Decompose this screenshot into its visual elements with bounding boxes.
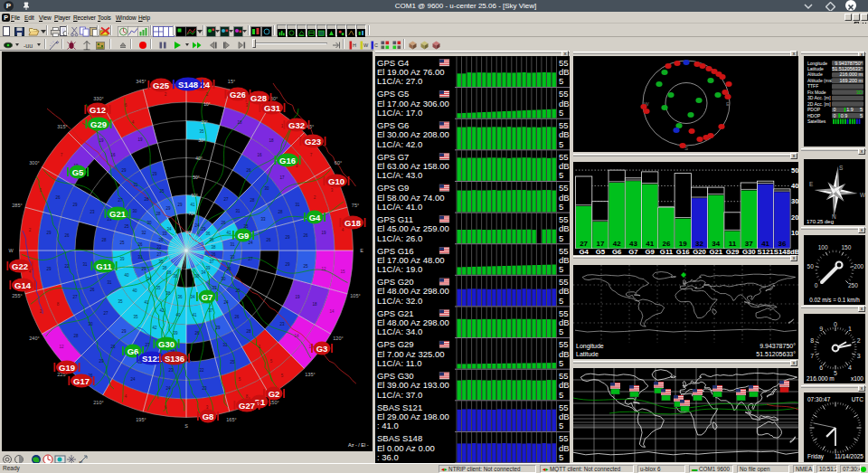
svg-text:26: 26 [90, 288, 95, 292]
svg-text:H: H [353, 43, 356, 48]
svg-text:216.000 m: 216.000 m [840, 71, 863, 77]
svg-text:5: 5 [559, 170, 563, 180]
svg-text:26: 26 [194, 331, 200, 336]
svg-text:26: 26 [110, 345, 116, 349]
svg-text:Latitude: Latitude [807, 66, 824, 71]
svg-text:33: 33 [230, 255, 235, 260]
svg-text:5: 5 [559, 390, 563, 400]
svg-text:Az - / El -: Az - / El - [348, 442, 369, 448]
svg-text:27: 27 [72, 295, 78, 299]
svg-text:36: 36 [166, 270, 172, 275]
svg-text:36: 36 [778, 240, 786, 248]
svg-text:40°: 40° [195, 156, 203, 161]
svg-text:26: 26 [226, 267, 231, 271]
svg-text:35: 35 [118, 299, 123, 304]
svg-text:UTC: UTC [852, 396, 864, 402]
svg-text:26: 26 [158, 238, 164, 242]
svg-text:9: 9 [819, 326, 823, 332]
svg-text:G9: G9 [238, 231, 250, 241]
svg-text:200: 200 [854, 263, 863, 270]
svg-text:216.000 m: 216.000 m [807, 375, 835, 382]
svg-text:27: 27 [118, 198, 123, 203]
svg-text:26: 26 [55, 195, 61, 200]
svg-text:25: 25 [124, 224, 129, 229]
svg-text:33: 33 [212, 286, 217, 290]
svg-text:G30: G30 [158, 339, 175, 349]
svg-text:E: E [360, 248, 363, 253]
svg-text:37: 37 [208, 308, 213, 313]
svg-text:50: 50 [807, 263, 815, 270]
svg-text:170.25 deg: 170.25 deg [807, 219, 834, 224]
svg-text:60°: 60° [191, 193, 198, 198]
svg-text:9.94378750°: 9.94378750° [835, 61, 863, 66]
svg-text:18: 18 [312, 302, 317, 307]
svg-text:40: 40 [124, 273, 129, 278]
svg-text:G12: G12 [90, 105, 106, 115]
svg-text:G25: G25 [153, 80, 170, 90]
svg-text:Friday: Friday [807, 453, 825, 460]
svg-text:5: 5 [559, 358, 563, 368]
svg-text:330°: 330° [93, 96, 103, 101]
svg-text:39: 39 [119, 257, 125, 261]
svg-text:38: 38 [211, 245, 216, 250]
svg-text:S148: S148 [774, 248, 791, 256]
svg-text:18: 18 [269, 138, 274, 143]
svg-text:17: 17 [596, 240, 604, 248]
svg-text:42: 42 [613, 240, 621, 248]
svg-text:5: 5 [559, 421, 563, 430]
svg-text:51.51205633°: 51.51205633° [832, 66, 863, 71]
svg-text:3D: 3D [856, 90, 863, 95]
svg-text:22: 22 [64, 264, 70, 269]
svg-text:15°: 15° [228, 79, 235, 84]
svg-text:27: 27 [580, 240, 588, 248]
svg-text:10°: 10° [203, 101, 211, 107]
svg-text:23: 23 [90, 210, 95, 214]
svg-text:07:30:47: 07:30:47 [807, 396, 831, 402]
svg-text:28: 28 [278, 210, 283, 214]
svg-text:34: 34 [201, 270, 206, 275]
svg-text:L1C/A: 37.0: L1C/A: 37.0 [377, 390, 422, 400]
svg-text:30: 30 [221, 277, 226, 281]
svg-text:G17: G17 [73, 376, 90, 386]
svg-text:G11: G11 [96, 261, 112, 271]
svg-text:L1C/A: 34.0: L1C/A: 34.0 [377, 326, 422, 336]
svg-text:G27: G27 [239, 401, 255, 411]
svg-text:24: 24 [223, 300, 229, 305]
svg-text:25: 25 [119, 241, 125, 245]
svg-text:S148: S148 [178, 80, 198, 90]
svg-text:30: 30 [146, 221, 152, 225]
svg-text:G31: G31 [264, 103, 281, 113]
svg-text:G7: G7 [628, 248, 637, 256]
svg-text:20: 20 [791, 213, 798, 222]
svg-text:29: 29 [121, 329, 127, 334]
svg-text:S121: S121 [757, 248, 774, 256]
svg-text:43: 43 [629, 240, 637, 248]
svg-text:34: 34 [190, 295, 195, 299]
svg-text:G19: G19 [59, 363, 75, 373]
svg-text:G11: G11 [660, 248, 674, 256]
svg-text:25: 25 [243, 224, 249, 229]
svg-text:L1C/A: 41.0: L1C/A: 41.0 [377, 202, 422, 212]
svg-text:4: 4 [848, 364, 852, 371]
svg-text:27: 27 [103, 311, 108, 316]
svg-text:26: 26 [64, 233, 70, 238]
svg-text:345°: 345° [136, 79, 146, 84]
svg-text:S: S [184, 423, 188, 429]
svg-text:29: 29 [72, 203, 78, 207]
svg-text:135°: 135° [305, 372, 315, 377]
svg-text:31: 31 [295, 203, 300, 207]
svg-text:35: 35 [158, 260, 164, 264]
svg-text:G26: G26 [230, 90, 246, 99]
svg-text:5: 5 [559, 264, 563, 274]
svg-text:L1C/A: 26.0: L1C/A: 26.0 [377, 233, 422, 243]
svg-text:19: 19 [321, 231, 326, 235]
svg-text:G14: G14 [14, 280, 32, 290]
svg-text:45°: 45° [307, 124, 314, 129]
svg-text:19: 19 [99, 138, 104, 143]
svg-text:G32: G32 [288, 120, 305, 130]
svg-text:32: 32 [141, 231, 146, 235]
svg-text:5: 5 [559, 233, 563, 243]
svg-text:10: 10 [791, 229, 798, 237]
svg-text:27: 27 [223, 197, 229, 202]
svg-text:26: 26 [211, 252, 216, 257]
